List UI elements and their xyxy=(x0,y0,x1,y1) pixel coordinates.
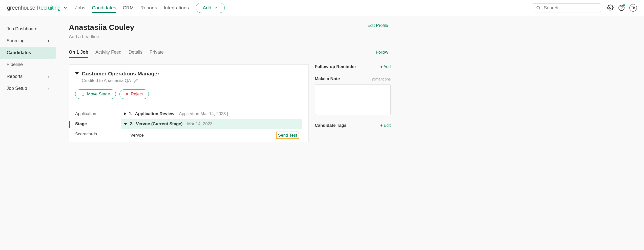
add-headline[interactable]: Add a headline xyxy=(69,34,134,39)
chevron-right-icon xyxy=(47,87,50,90)
move-stage-label: Move Stage xyxy=(87,92,110,97)
stage-nav-scorecards[interactable]: Scorecards xyxy=(75,129,121,139)
search-icon xyxy=(536,5,541,11)
stage-row-2[interactable]: 2. Vervoe (Current Stage) Mar 14, 2023 xyxy=(121,119,302,129)
sidebar-item-label: Sourcing xyxy=(7,38,25,44)
note-title: Make a Note xyxy=(315,76,340,81)
credited-to: Credited to Anastasiia QA xyxy=(82,78,131,83)
stage-number: 2. xyxy=(130,121,133,127)
svg-point-2 xyxy=(610,7,611,9)
sidebar-item-label: Job Setup xyxy=(7,86,27,91)
tags-edit-link[interactable]: + Edit xyxy=(380,123,391,128)
tab-activity-feed[interactable]: Activity Feed xyxy=(95,47,121,58)
add-button-label: Add xyxy=(203,5,211,11)
nav-links: Jobs Candidates CRM Reports Integrations xyxy=(75,1,189,15)
nav-reports[interactable]: Reports xyxy=(140,1,157,15)
chevron-right-icon xyxy=(47,39,50,43)
sidebar-item-label: Job Dashboard xyxy=(7,26,37,32)
right-column: Follow-up Reminder + Add Make a Note @me… xyxy=(315,64,391,135)
expand-triangle-icon[interactable] xyxy=(124,112,126,116)
help-icon[interactable] xyxy=(618,5,625,11)
sidebar-item-job-setup[interactable]: Job Setup xyxy=(0,82,57,94)
nav-candidates[interactable]: Candidates xyxy=(92,1,116,15)
logo-text-2: Recruiting xyxy=(35,5,60,11)
job-card: Customer Operations Manager Credited to … xyxy=(69,64,309,142)
sidebar-item-label: Reports xyxy=(7,74,23,79)
sidebar-item-pipeline[interactable]: Pipeline xyxy=(0,59,57,71)
followup-add-link[interactable]: + Add xyxy=(380,65,391,69)
gear-icon[interactable] xyxy=(607,5,614,11)
close-icon xyxy=(125,92,129,96)
top-nav: greenhouse Recruiting Jobs Candidates CR… xyxy=(0,0,644,16)
stage-row-1[interactable]: 1. Application Review Applied on Mar 14,… xyxy=(121,109,302,119)
svg-line-1 xyxy=(539,9,540,10)
svg-point-0 xyxy=(537,6,539,9)
stage-name: Application Review xyxy=(135,111,174,116)
stage-nav: Application Stage Scorecards xyxy=(75,109,121,142)
edit-profile-link[interactable]: Edit Profile xyxy=(367,23,388,28)
sidebar-item-candidates[interactable]: Candidates xyxy=(0,47,56,59)
sidebar-item-job-dashboard[interactable]: Job Dashboard xyxy=(0,23,57,35)
logo[interactable]: greenhouse Recruiting xyxy=(7,5,68,11)
stage-nav-application[interactable]: Application xyxy=(75,109,121,119)
job-title: Customer Operations Manager xyxy=(82,71,159,77)
candidate-name: Anastasiia Couley xyxy=(69,23,134,32)
add-button[interactable]: Add xyxy=(196,3,225,13)
search-input-wrap[interactable] xyxy=(533,3,601,12)
chevron-right-icon xyxy=(47,75,50,78)
pencil-icon[interactable] xyxy=(134,78,138,83)
tab-details[interactable]: Details xyxy=(129,47,142,58)
nav-crm[interactable]: CRM xyxy=(123,1,134,15)
stage-name: Vervoe (Current Stage) xyxy=(136,121,182,127)
note-textarea[interactable] xyxy=(315,85,391,115)
stage-meta: Mar 14, 2023 xyxy=(187,121,212,127)
collapse-triangle-icon[interactable] xyxy=(124,123,127,125)
main-content: Anastasiia Couley Add a headline Edit Pr… xyxy=(57,16,391,142)
tags-title: Candidate Tags xyxy=(315,123,346,128)
tabs: On 1 Job Activity Feed Details Private F… xyxy=(69,47,391,58)
sidebar-item-label: Pipeline xyxy=(7,62,23,67)
stage-meta: Applied on Mar 14, 2023 | xyxy=(179,111,228,116)
followup-section: Follow-up Reminder + Add xyxy=(315,64,391,69)
tab-on-job[interactable]: On 1 Job xyxy=(69,47,88,58)
nav-jobs[interactable]: Jobs xyxy=(75,1,85,15)
notification-dot xyxy=(623,4,625,6)
user-avatar[interactable]: TB xyxy=(629,4,637,12)
logo-text-1: greenhouse xyxy=(7,5,35,11)
sidebar-item-reports[interactable]: Reports xyxy=(0,71,57,82)
sidebar-item-sourcing[interactable]: Sourcing xyxy=(0,35,57,47)
sidebar: Job Dashboard Sourcing Candidates Pipeli… xyxy=(0,16,57,142)
note-section: Make a Note @mentions xyxy=(315,76,391,116)
tab-private[interactable]: Private xyxy=(150,47,164,58)
stage-number: 1. xyxy=(129,111,132,116)
reject-button[interactable]: Reject xyxy=(119,89,149,99)
mentions-link[interactable]: @mentions xyxy=(371,77,391,81)
sidebar-item-label: Candidates xyxy=(7,50,31,55)
search-input[interactable] xyxy=(544,5,598,11)
move-stage-button[interactable]: Move Stage xyxy=(75,89,116,99)
nav-integrations[interactable]: Integrations xyxy=(164,1,189,15)
collapse-triangle-icon[interactable] xyxy=(75,72,79,75)
move-arrows-icon xyxy=(81,92,85,96)
reject-label: Reject xyxy=(131,92,143,97)
chevron-down-icon xyxy=(214,6,218,10)
send-test-link[interactable]: Send Test xyxy=(276,132,299,139)
sub-item-label: Vervoe xyxy=(130,133,144,138)
chevron-down-icon[interactable] xyxy=(63,6,68,10)
stage-body: 1. Application Review Applied on Mar 14,… xyxy=(121,109,302,142)
stage-sub-row: Vervoe Send Test xyxy=(121,129,302,142)
tags-section: Candidate Tags + Edit xyxy=(315,123,391,128)
followup-title: Follow-up Reminder xyxy=(315,64,356,69)
follow-link[interactable]: Follow xyxy=(376,50,388,55)
stage-nav-stage[interactable]: Stage xyxy=(75,119,121,129)
